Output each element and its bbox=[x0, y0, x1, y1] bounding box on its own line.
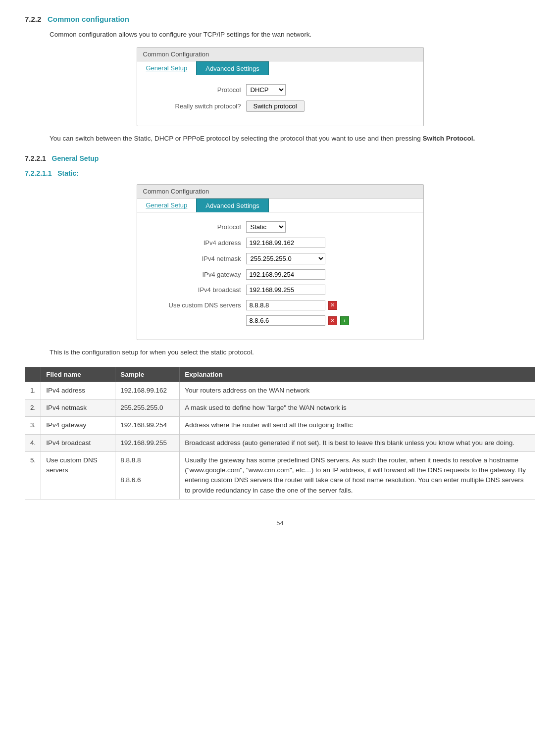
table-cell-num: 3. bbox=[25, 417, 41, 434]
protocol-label-2: Protocol bbox=[147, 223, 246, 231]
switch-label: Really switch protocol? bbox=[147, 102, 246, 110]
table-header-sample: Sample bbox=[115, 367, 180, 382]
table-cell-sample: 8.8.8.8 8.8.6.6 bbox=[115, 451, 180, 499]
dns-control-2: ✕ + bbox=[246, 315, 349, 326]
subsection-heading-2: 7.2.2.1.1 Static: bbox=[25, 169, 535, 177]
dns2-remove-icon[interactable]: ✕ bbox=[328, 316, 337, 325]
ipv4-gateway-input[interactable] bbox=[246, 269, 325, 280]
dns-row-1: Use custom DNS servers ✕ bbox=[147, 300, 413, 310]
subsection-heading-1: 7.2.2.1 General Setup bbox=[25, 154, 535, 162]
protocol-select-1[interactable]: DHCP bbox=[246, 84, 286, 96]
config-body-1: Protocol DHCP Really switch protocol? Sw… bbox=[137, 75, 423, 126]
table-cell-num: 5. bbox=[25, 451, 41, 499]
table-header-field: Filed name bbox=[41, 367, 115, 382]
table-cell-num: 4. bbox=[25, 434, 41, 451]
table-header-explanation: Explanation bbox=[180, 367, 535, 382]
switch-protocol-row: Really switch protocol? Switch protocol bbox=[147, 100, 413, 112]
ipv4-netmask-select[interactable]: 255.255.255.0 bbox=[246, 253, 325, 264]
ipv4-broadcast-label: IPv4 broadcast bbox=[147, 286, 246, 294]
config-box-title-1: Common Configuration bbox=[137, 48, 423, 61]
protocol-control-1: DHCP bbox=[246, 84, 286, 96]
switch-control: Switch protocol bbox=[246, 100, 305, 112]
config-tabs-1: General Setup Advanced Settings bbox=[137, 61, 423, 75]
ipv4-gateway-control bbox=[246, 269, 325, 280]
ipv4-broadcast-row: IPv4 broadcast bbox=[147, 285, 413, 295]
table-row: 1.IPv4 address192.168.99.162Your routers… bbox=[25, 382, 535, 399]
ipv4-addr-input[interactable] bbox=[246, 238, 325, 248]
fields-table: Filed name Sample Explanation 1.IPv4 add… bbox=[25, 367, 535, 499]
dns1-input[interactable] bbox=[246, 300, 325, 310]
config-box-static: Common Configuration General Setup Advan… bbox=[137, 184, 424, 340]
config-box-dhcp: Common Configuration General Setup Advan… bbox=[137, 47, 424, 126]
section-heading: 7.2.2 Common configuration bbox=[25, 15, 535, 23]
protocol-row-1: Protocol DHCP bbox=[147, 84, 413, 96]
switch-protocol-button[interactable]: Switch protocol bbox=[246, 100, 305, 112]
table-cell-explanation: Usually the gateway has some predefined … bbox=[180, 451, 535, 499]
ipv4-addr-row: IPv4 address bbox=[147, 238, 413, 248]
table-cell-field: Use custom DNS servers bbox=[41, 451, 115, 499]
ipv4-netmask-control: 255.255.255.0 bbox=[246, 253, 325, 264]
protocol-select-2[interactable]: Static bbox=[246, 221, 286, 233]
dns-label: Use custom DNS servers bbox=[147, 301, 246, 309]
dns2-input[interactable] bbox=[246, 315, 325, 326]
section-intro: Common configuration allows you to confi… bbox=[50, 29, 535, 40]
table-cell-sample: 192.168.99.254 bbox=[115, 417, 180, 434]
protocol-row-2: Protocol Static bbox=[147, 221, 413, 233]
table-row: 2.IPv4 netmask255.255.255.0A mask used t… bbox=[25, 399, 535, 417]
config-box-title-2: Common Configuration bbox=[137, 185, 423, 199]
protocol-control-2: Static bbox=[246, 221, 286, 233]
ipv4-broadcast-control bbox=[246, 285, 325, 295]
dns-row-2: ✕ + bbox=[147, 315, 413, 326]
ipv4-netmask-label: IPv4 netmask bbox=[147, 255, 246, 262]
ipv4-gateway-row: IPv4 gateway bbox=[147, 269, 413, 280]
protocol-label-1: Protocol bbox=[147, 86, 246, 94]
tab-advanced-settings-2[interactable]: Advanced Settings bbox=[196, 199, 268, 212]
table-cell-field: IPv4 broadcast bbox=[41, 434, 115, 451]
table-cell-explanation: Your routers address on the WAN network bbox=[180, 382, 535, 399]
page-number: 54 bbox=[25, 519, 535, 527]
table-header-num bbox=[25, 367, 41, 382]
ipv4-gateway-label: IPv4 gateway bbox=[147, 271, 246, 278]
tab-advanced-settings-1[interactable]: Advanced Settings bbox=[196, 61, 268, 75]
switch-protocol-note: You can switch between the Static, DHCP … bbox=[50, 133, 535, 144]
table-row: 3.IPv4 gateway192.168.99.254Address wher… bbox=[25, 417, 535, 434]
static-note: This is the configuration setup for when… bbox=[50, 347, 535, 358]
ipv4-netmask-row: IPv4 netmask 255.255.255.0 bbox=[147, 253, 413, 264]
table-row: 4.IPv4 broadcast192.168.99.255Broadcast … bbox=[25, 434, 535, 451]
ipv4-addr-label: IPv4 address bbox=[147, 239, 246, 247]
table-cell-explanation: A mask used to define how "large" the WA… bbox=[180, 399, 535, 417]
dns-control-1: ✕ bbox=[246, 300, 337, 310]
table-cell-num: 2. bbox=[25, 399, 41, 417]
dns2-add-icon[interactable]: + bbox=[340, 316, 349, 325]
table-cell-num: 1. bbox=[25, 382, 41, 399]
tab-general-setup-2[interactable]: General Setup bbox=[137, 199, 197, 212]
table-cell-sample: 192.168.99.162 bbox=[115, 382, 180, 399]
table-cell-explanation: Address where the router will send all t… bbox=[180, 417, 535, 434]
ipv4-addr-control bbox=[246, 238, 325, 248]
config-body-2: Protocol Static IPv4 address IPv4 netmas… bbox=[137, 212, 423, 340]
tab-general-setup-1[interactable]: General Setup bbox=[137, 61, 197, 75]
ipv4-broadcast-input[interactable] bbox=[246, 285, 325, 295]
table-cell-field: IPv4 gateway bbox=[41, 417, 115, 434]
table-cell-explanation: Broadcast address (auto generated if not… bbox=[180, 434, 535, 451]
table-cell-sample: 255.255.255.0 bbox=[115, 399, 180, 417]
table-row: 5.Use custom DNS servers8.8.8.8 8.8.6.6U… bbox=[25, 451, 535, 499]
config-tabs-2: General Setup Advanced Settings bbox=[137, 199, 423, 212]
dns1-remove-icon[interactable]: ✕ bbox=[328, 301, 337, 310]
table-cell-sample: 192.168.99.255 bbox=[115, 434, 180, 451]
table-cell-field: IPv4 address bbox=[41, 382, 115, 399]
table-cell-field: IPv4 netmask bbox=[41, 399, 115, 417]
